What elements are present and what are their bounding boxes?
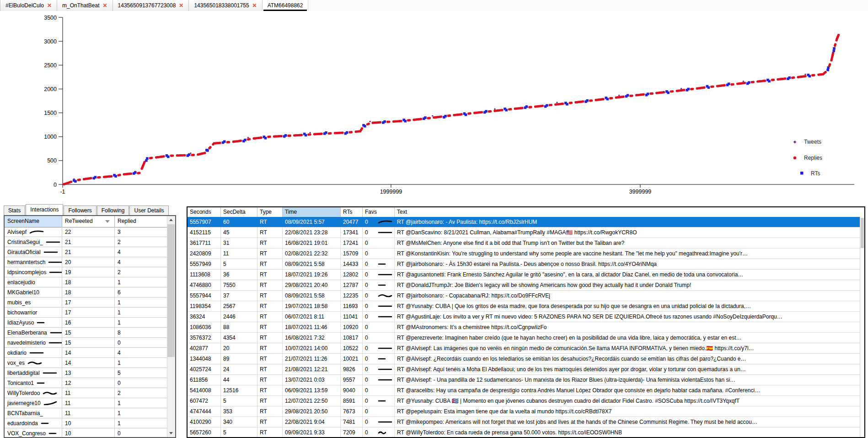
cell-replied: 1 [115,308,160,317]
column-header-type[interactable]: Type [257,207,283,217]
screenname-value: BCNTabarnia_ [7,410,43,416]
screenname-value: MKGabriel10 [7,289,39,296]
table-row[interactable]: Alvisepf223 [5,227,167,237]
favs-value: 0 [365,408,368,415]
cell-rts: 7481 [341,417,363,427]
screenname-value: WillyTolerdoo [7,390,40,396]
tab-143565018338001755[interactable]: 143565018338001755 ✕ [189,0,262,11]
table-row[interactable]: mubis_es171 [5,297,167,308]
cell-secdelta: 5 [221,396,257,406]
table-row[interactable]: MKGabriel10186 [5,287,167,297]
column-header-secdelta[interactable]: SecDelta [221,207,257,217]
scrollbar-thumb[interactable] [861,218,864,248]
table-row[interactable]: 134404889RT21/07/2021 11:26100210RT @Alv… [188,354,860,364]
table-row[interactable]: 61185644RT13/07/2021 0:0395570RT @Alvise… [188,375,860,385]
column-header-favs[interactable]: Favs [363,207,395,217]
table-row[interactable]: eduardoinda101 [5,418,167,428]
scroll-up-button[interactable] [167,216,175,224]
tab-elbulodelculo[interactable]: #ElBuloDelCulo ✕ [0,0,57,11]
table-row[interactable]: IdiazAyuso161 [5,318,167,328]
cell-retweeted: 10 [62,428,115,437]
favs-value: 0 [365,229,368,236]
column-header-rts[interactable]: RTs [341,207,363,217]
close-icon[interactable]: ✕ [102,3,107,8]
table-row[interactable]: 555794437RT08/09/2021 5:58122350RT @jair… [188,291,860,301]
interactions-scrollbar[interactable] [167,216,175,437]
cell-favs: 0 [363,270,395,280]
tab-followers[interactable]: Followers [64,205,96,215]
table-row[interactable]: bichowarrior171 [5,308,167,318]
table-row[interactable]: 11983542567RT19/07/2021 18:58116930RT @Y… [188,301,860,312]
table-row[interactable]: navedelmisterio150 [5,338,167,348]
column-header-screenname[interactable]: ScreenName [5,216,62,227]
tab-atm66498862-active[interactable]: ATM66498862 [263,0,309,11]
table-row[interactable]: okdiario144 [5,348,167,358]
screenname-value: GirautaOficial [7,249,41,255]
table-row[interactable]: 402572424RT21/08/2021 12:2198260RT @Alvi… [188,364,860,375]
cell-seconds: 5414008 [188,385,221,395]
table-row[interactable]: BCNTabarnia_111 [5,408,167,418]
sort-descending-icon [105,220,110,223]
column-header-retweeted[interactable]: ReTweeted [62,216,115,227]
table-row[interactable]: vox_es141 [5,358,167,368]
cell-favs: 0 [363,301,395,311]
trend-sparkline [50,330,62,335]
cell-favs: 0 [363,259,395,269]
table-row[interactable]: hermanntertsch204 [5,257,167,267]
tab-following[interactable]: Following [97,205,129,215]
table-row[interactable]: 111360836RT18/07/2021 19:26128020RT @agu… [188,270,860,280]
cell-type: RT [257,238,283,248]
table-row[interactable]: 6074725RT12/07/2021 22:5085910RT @Yusnab… [188,396,860,406]
table-row[interactable]: 108603688RT18/07/2021 11:46109200RT @MAs… [188,322,860,333]
table-row[interactable]: 4100290340RT22/08/2021 9:0474810RT @mike… [188,417,860,427]
cell-seconds: 2420809 [188,249,221,259]
scrollbar-thumb[interactable] [167,224,175,357]
table-row[interactable]: libertaddigital135 [5,368,167,378]
cell-rts: 7673 [341,406,363,416]
cell-text: RT @mikepompeo: Americans will not forge… [395,417,860,427]
table-row[interactable]: 47468807550RT29/08/2021 20:40127870RT @D… [188,280,860,291]
screenname-value: VOX_Congreso [7,430,46,437]
table-row[interactable]: 35763724354RT16/08/2021 7:32108170RT @pe… [188,333,860,343]
table-row[interactable]: 4747444353RT29/08/2021 20:5076730RT @pep… [188,406,860,417]
table-row[interactable]: 555790760RT08/09/2021 5:57204770RT @jair… [188,217,860,227]
table-row[interactable]: ldpsincomplejos192 [5,267,167,277]
cell-favs: 0 [363,375,395,385]
table-row[interactable]: enlacejudio181 [5,277,167,287]
table-row[interactable]: 242080911RT02/08/2021 22:32157090RT @Kon… [188,249,860,259]
tab-stats[interactable]: Stats [4,205,25,215]
column-header-text[interactable]: Text [395,207,864,217]
table-row[interactable]: Tonicanto1120 [5,378,167,388]
scroll-down-button[interactable] [167,429,175,437]
cell-favs: 0 [363,385,395,395]
cell-rts: 12802 [341,270,363,280]
tab-1435650913767723008[interactable]: 1435650913767723008 ✕ [113,0,189,11]
cell-screenname: okdiario [5,348,62,357]
table-row[interactable]: GirautaOficial214 [5,247,167,257]
table-row[interactable]: ElenaBerberana158 [5,328,167,338]
table-row[interactable]: 40287720RT10/07/2021 14:00105220RT @Alvi… [188,343,860,354]
tweets-scrollbar[interactable] [860,217,864,437]
tab-interactions[interactable]: Interactions [26,204,63,215]
screenname-value: vox_es [7,360,25,366]
cell-type: RT [257,322,283,332]
table-row[interactable]: CristinaSegui_212 [5,237,167,247]
table-row[interactable]: VOX_Congreso100 [5,428,167,437]
table-row[interactable]: 55579495RT08/09/2021 5:58144330RT @jairb… [188,259,860,270]
tab-monthatbeat[interactable]: m_OnThatBeat ✕ [57,0,113,11]
table-row[interactable]: 56572605RT09/09/2021 9:3372090RT @WillyT… [188,427,860,437]
column-header-replied[interactable]: Replied [115,216,161,227]
replies-legend-marker [793,157,796,159]
close-icon[interactable]: ✕ [252,3,257,8]
tab-user-details[interactable]: User Details [129,205,168,215]
table-row[interactable]: javiernegre10111 [5,398,167,408]
table-row[interactable]: 541400812516RT06/09/2021 13:5990400RT @a… [188,385,860,396]
table-row[interactable]: 363242446RT06/07/2021 8:11110410RT @Agus… [188,312,860,322]
close-icon[interactable]: ✕ [47,3,52,8]
column-header-time[interactable]: Time [283,207,341,217]
table-row[interactable]: 415211545RT22/08/2021 23:28173410RT @Dan… [188,227,860,238]
table-row[interactable]: 361771131RT16/08/2021 19:01172410RT @MsM… [188,238,860,249]
close-icon[interactable]: ✕ [179,3,183,8]
table-row[interactable]: WillyTolerdoo112 [5,388,167,398]
column-header-seconds[interactable]: Seconds [188,207,221,217]
